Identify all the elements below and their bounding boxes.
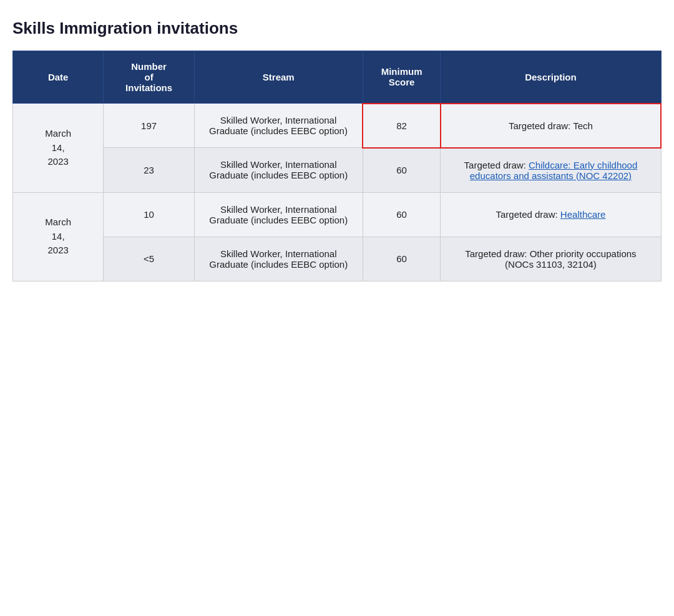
description-cell: Targeted draw: Childcare: Early childhoo… (441, 148, 661, 193)
table-row: <5 Skilled Worker, International Graduat… (13, 237, 662, 281)
stream-cell: Skilled Worker, International Graduate (… (194, 148, 363, 193)
page-title: Skills Immigration invitations (12, 19, 662, 38)
date-cell: March14,2023 (13, 192, 104, 281)
header-min-score: MinimumScore (363, 51, 441, 104)
num-invitations-cell: <5 (104, 237, 194, 281)
num-invitations-cell: 10 (104, 192, 194, 237)
header-description: Description (441, 51, 661, 104)
header-date: Date (13, 51, 104, 104)
score-cell: 60 (363, 237, 441, 281)
stream-cell: Skilled Worker, International Graduate (… (194, 237, 363, 281)
description-cell: Targeted draw: Healthcare (441, 192, 661, 237)
header-stream: Stream (194, 51, 363, 104)
score-cell: 60 (363, 148, 441, 193)
invitations-table: Date NumberofInvitations Stream MinimumS… (12, 51, 662, 281)
description-cell: Targeted draw: Other priority occupation… (441, 237, 661, 281)
table-row: March14,2023 197 Skilled Worker, Interna… (13, 104, 662, 148)
stream-cell: Skilled Worker, International Graduate (… (194, 104, 363, 148)
childcare-link[interactable]: Childcare: Early childhood educators and… (470, 160, 637, 181)
table-row: March14,2023 10 Skilled Worker, Internat… (13, 192, 662, 237)
num-invitations-cell: 23 (104, 148, 194, 193)
score-cell: 60 (363, 192, 441, 237)
num-invitations-cell: 197 (104, 104, 194, 148)
table-header-row: Date NumberofInvitations Stream MinimumS… (13, 51, 662, 104)
healthcare-link[interactable]: Healthcare (560, 209, 606, 220)
table-row: 23 Skilled Worker, International Graduat… (13, 148, 662, 193)
description-cell: Targeted draw: Tech (441, 104, 661, 148)
header-num-invitations: NumberofInvitations (104, 51, 194, 104)
stream-cell: Skilled Worker, International Graduate (… (194, 192, 363, 237)
score-cell: 82 (363, 104, 441, 148)
date-cell: March14,2023 (13, 104, 104, 193)
